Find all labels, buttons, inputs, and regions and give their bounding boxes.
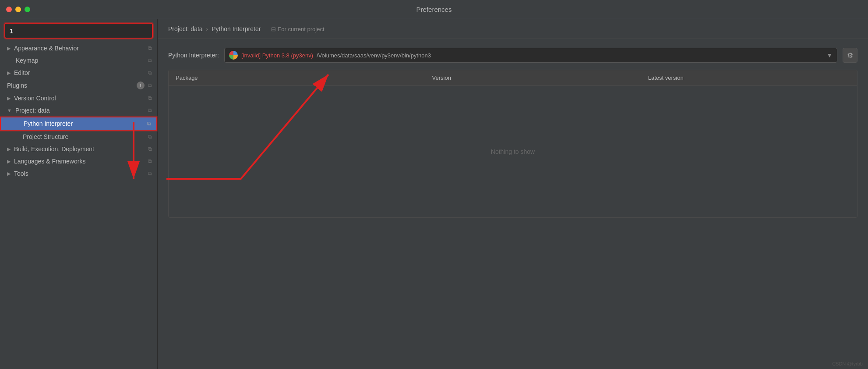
sidebar-item-python-interpreter[interactable]: Python Interpreter ⧉ xyxy=(0,117,157,131)
interpreter-path: /Volumes/data/saas/venv/py3env/bin/pytho… xyxy=(317,52,431,59)
interpreter-section: Python Interpreter: [invalid] Python 3.8… xyxy=(158,39,868,70)
empty-state-text: Nothing to show xyxy=(491,148,535,155)
chevron-right-icon: ▶ xyxy=(7,171,11,177)
window-controls xyxy=(6,7,30,12)
content-area: Project: data › Python Interpreter ⊟ For… xyxy=(158,19,868,369)
table-header: Package Version Latest version xyxy=(169,70,857,86)
sidebar-item-label: Version Control xyxy=(14,95,146,102)
breadcrumb-separator: › xyxy=(206,25,208,32)
table-body: Nothing to show xyxy=(169,86,857,217)
chevron-right-icon: ▶ xyxy=(7,96,11,101)
chevron-down-icon: ▼ xyxy=(7,108,12,113)
search-wrapper: 1 xyxy=(0,23,157,42)
watermark: CSDN @tyrbb xyxy=(832,361,863,366)
main-layout: 1 ▶ Appearance & Behavior ⧉ Keymap ⧉ ▶ E… xyxy=(0,19,868,369)
copy-icon: ⧉ xyxy=(148,107,152,114)
copy-icon: ⧉ xyxy=(148,146,152,152)
chevron-right-icon: ▶ xyxy=(7,159,11,164)
sidebar-item-keymap[interactable]: Keymap ⧉ xyxy=(0,54,157,67)
sidebar-item-build-exec[interactable]: ▶ Build, Execution, Deployment ⧉ xyxy=(0,143,157,155)
col-package: Package xyxy=(169,70,425,85)
minimize-button[interactable] xyxy=(15,7,21,12)
copy-icon: ⧉ xyxy=(148,70,152,76)
sidebar-item-project-data[interactable]: ▼ Project: data ⧉ xyxy=(0,104,157,117)
chevron-right-icon: ▶ xyxy=(7,70,11,76)
window-title: Preferences xyxy=(416,6,452,13)
sidebar-item-label: Build, Execution, Deployment xyxy=(14,145,146,153)
sidebar-item-label: Plugins xyxy=(7,82,137,89)
copy-icon: ⧉ xyxy=(147,121,151,127)
search-box[interactable]: 1 xyxy=(4,23,153,39)
chevron-right-icon: ▶ xyxy=(7,46,11,51)
copy-icon: ⧉ xyxy=(148,95,152,101)
interpreter-row: Python Interpreter: [invalid] Python 3.8… xyxy=(168,48,857,63)
title-bar: Preferences xyxy=(0,0,868,19)
gear-icon: ⚙ xyxy=(847,51,853,60)
dropdown-arrow-icon: ▼ xyxy=(826,52,833,59)
tag-text: For current project xyxy=(278,26,324,32)
search-value: 1 xyxy=(10,27,13,35)
sidebar-item-label: Project: data xyxy=(15,107,146,114)
interpreter-invalid-text: [invalid] Python 3.8 (py3env) xyxy=(241,52,313,59)
sidebar: 1 ▶ Appearance & Behavior ⧉ Keymap ⧉ ▶ E… xyxy=(0,19,158,369)
sidebar-item-languages[interactable]: ▶ Languages & Frameworks ⧉ xyxy=(0,155,157,167)
breadcrumb-project: Project: data xyxy=(168,25,203,32)
copy-icon: ⧉ xyxy=(148,45,152,51)
package-table: Package Version Latest version Nothing t… xyxy=(168,70,857,218)
sidebar-item-label: Languages & Frameworks xyxy=(14,158,146,165)
sidebar-item-label: Tools xyxy=(14,170,146,177)
maximize-button[interactable] xyxy=(25,7,30,12)
breadcrumb-tag: ⊟ For current project xyxy=(271,26,324,32)
sidebar-item-label: Project Structure xyxy=(23,133,146,140)
interpreter-dropdown[interactable]: [invalid] Python 3.8 (py3env) /Volumes/d… xyxy=(224,48,837,63)
tag-icon: ⊟ xyxy=(271,26,276,32)
sidebar-item-label: Editor xyxy=(14,69,146,76)
copy-icon: ⧉ xyxy=(148,134,152,140)
sidebar-item-tools[interactable]: ▶ Tools ⧉ xyxy=(0,167,157,180)
sidebar-item-version-control[interactable]: ▶ Version Control ⧉ xyxy=(0,92,157,104)
sidebar-item-project-structure[interactable]: Project Structure ⧉ xyxy=(0,131,157,143)
sidebar-item-appearance[interactable]: ▶ Appearance & Behavior ⧉ xyxy=(0,42,157,54)
sidebar-item-editor[interactable]: ▶ Editor ⧉ xyxy=(0,67,157,79)
gear-button[interactable]: ⚙ xyxy=(843,48,857,63)
sidebar-item-plugins[interactable]: Plugins 1 ⧉ xyxy=(0,79,157,92)
breadcrumb: Project: data › Python Interpreter ⊟ For… xyxy=(158,19,868,39)
plugins-badge: 1 xyxy=(137,82,145,89)
sidebar-item-label: Keymap xyxy=(16,57,146,64)
copy-icon: ⧉ xyxy=(148,158,152,164)
interpreter-label: Python Interpreter: xyxy=(168,52,219,59)
col-version: Version xyxy=(425,70,641,85)
copy-icon: ⧉ xyxy=(148,82,152,89)
chevron-right-icon: ▶ xyxy=(7,146,11,152)
sidebar-item-label: Appearance & Behavior xyxy=(14,45,146,52)
globe-icon xyxy=(229,51,238,60)
breadcrumb-current: Python Interpreter xyxy=(212,25,261,32)
close-button[interactable] xyxy=(6,7,12,12)
col-latest-version: Latest version xyxy=(641,70,857,85)
copy-icon: ⧉ xyxy=(148,57,152,64)
copy-icon: ⧉ xyxy=(148,170,152,177)
sidebar-item-label: Python Interpreter xyxy=(24,120,145,127)
